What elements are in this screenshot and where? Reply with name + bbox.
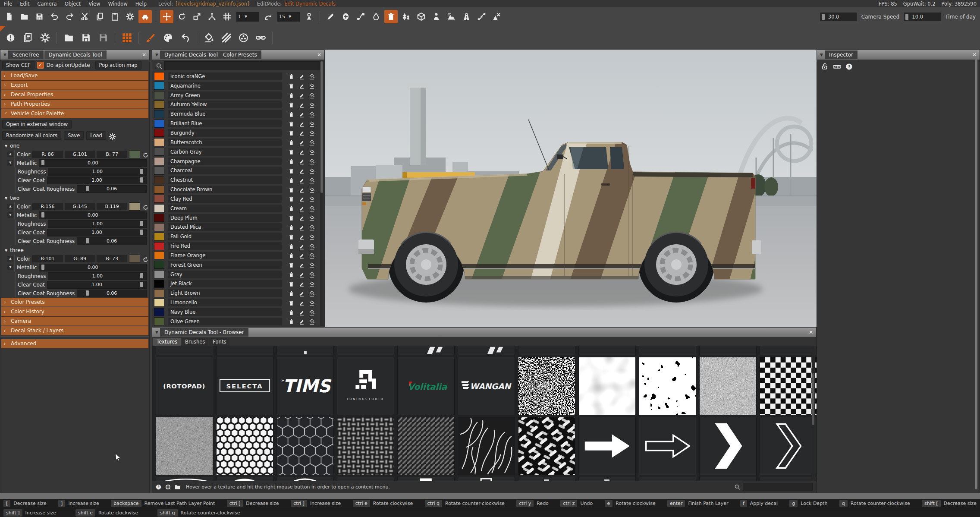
reset-color-icon[interactable] — [142, 255, 149, 262]
grid-snap-size-input[interactable]: 1▼ — [236, 12, 259, 22]
edit-preset-button[interactable] — [296, 167, 307, 175]
drag-handle[interactable] — [905, 14, 908, 20]
preset-swatch[interactable] — [154, 270, 164, 278]
preset-name[interactable]: Fall Gold — [168, 233, 282, 240]
preset-search-input[interactable] — [164, 61, 323, 70]
preset-swatch[interactable] — [154, 82, 164, 90]
menu-camera[interactable]: Camera — [34, 1, 61, 7]
edit-preset-button[interactable] — [296, 261, 307, 269]
edit-preset-button[interactable] — [296, 317, 307, 325]
viewport-3d[interactable] — [325, 50, 817, 327]
open-external-window-button[interactable]: Open in external window — [2, 120, 72, 129]
chevron-down-icon[interactable]: ▼ — [245, 15, 247, 19]
preset-name[interactable]: Olive Green — [168, 318, 282, 325]
texture-tile-knurl[interactable] — [397, 417, 455, 475]
apply-preset-button[interactable] — [307, 82, 317, 90]
section-color-history[interactable]: ›Color History — [1, 307, 148, 316]
apply-preset-button[interactable] — [307, 242, 317, 250]
panel-menu-icon[interactable]: ▼ — [2, 51, 8, 58]
rotate-snap-button[interactable] — [261, 10, 275, 23]
section-load-save[interactable]: ›Load/Save — [1, 71, 148, 80]
apply-preset-button[interactable] — [307, 186, 317, 194]
paste-button[interactable] — [108, 10, 122, 23]
texture-tile-noise-fine[interactable] — [699, 357, 757, 415]
texture-tile-logo-volitalia[interactable]: Volitalia — [397, 357, 455, 415]
texture-tile-noise-cells[interactable] — [578, 357, 636, 415]
terrain-brush-tool-button[interactable] — [490, 10, 503, 23]
apply-preset-button[interactable] — [307, 233, 317, 241]
delete-preset-button[interactable] — [286, 204, 296, 212]
texture-tile-chevron-outline[interactable] — [760, 417, 817, 475]
edit-preset-button[interactable] — [296, 242, 307, 250]
edit-preset-button[interactable] — [296, 148, 307, 156]
edit-preset-button[interactable] — [296, 214, 307, 222]
delete-preset-button[interactable] — [286, 242, 296, 250]
scale-gizmo-button[interactable] — [190, 10, 204, 23]
texture-tile-blank[interactable] — [578, 346, 636, 355]
draw-decal-button[interactable] — [324, 10, 337, 23]
preset-name[interactable]: Limoncello — [168, 299, 282, 306]
preset-swatch[interactable] — [154, 223, 164, 231]
browser-tab-brushes[interactable]: Brushes — [182, 338, 208, 346]
rotate-snap-angle-input[interactable]: 15▼ — [277, 12, 300, 22]
apply-preset-button[interactable] — [307, 110, 317, 118]
delete-preset-button[interactable] — [286, 167, 296, 175]
move-down-button[interactable]: ▼ — [7, 212, 13, 218]
undo-button[interactable] — [48, 10, 61, 23]
preset-name[interactable]: Flame Orange — [168, 252, 282, 259]
roughness-slider[interactable]: 1.00 — [48, 168, 147, 176]
panel-menu-icon[interactable]: ▼ — [818, 51, 825, 58]
texture-tile-dazzle[interactable] — [518, 417, 575, 475]
edit-preset-button[interactable] — [296, 195, 307, 203]
preset-swatch[interactable] — [154, 91, 164, 99]
preset-name[interactable]: Burgundy — [168, 129, 282, 137]
decal-tool-button[interactable] — [384, 10, 398, 23]
apply-preset-button[interactable] — [307, 176, 317, 184]
preset-swatch[interactable] — [154, 289, 164, 297]
delete-preset-button[interactable] — [286, 129, 296, 137]
roughness-slider[interactable]: 1.00 — [48, 220, 147, 228]
edit-preset-button[interactable] — [296, 82, 307, 90]
delete-preset-button[interactable] — [286, 270, 296, 278]
preset-swatch[interactable] — [154, 176, 164, 184]
preset-name[interactable]: Autumn Yellow — [168, 101, 282, 108]
clear-coat-roughness-slider[interactable]: 0.06 — [77, 237, 147, 245]
section-camera[interactable]: ›Camera — [1, 317, 148, 326]
apply-preset-button[interactable] — [307, 72, 317, 80]
water-tool-button[interactable] — [369, 10, 383, 23]
cut-button[interactable] — [78, 10, 91, 23]
add-object-button[interactable] — [339, 10, 352, 23]
preset-name[interactable]: Dusted Mica — [168, 223, 282, 231]
color-swatch[interactable] — [129, 150, 140, 158]
new-badge-icon[interactable]: NEW — [833, 62, 841, 71]
browser-scrollbar[interactable] — [812, 347, 815, 481]
apply-preset-button[interactable] — [307, 195, 317, 203]
delete-preset-button[interactable] — [286, 195, 296, 203]
terrain-tool-button[interactable] — [445, 10, 458, 23]
delete-preset-button[interactable] — [286, 148, 296, 156]
move-down-button[interactable]: ▼ — [7, 160, 13, 166]
palette-group-two[interactable]: ▼two — [0, 193, 149, 202]
preset-swatch[interactable] — [154, 129, 164, 137]
edit-preset-button[interactable] — [296, 233, 307, 241]
preset-swatch[interactable] — [154, 148, 164, 156]
preset-name[interactable]: Navy Blue — [168, 308, 282, 316]
color-g-input[interactable]: G:101 — [65, 151, 95, 158]
terrain-snap-button[interactable] — [302, 10, 316, 23]
editor-settings-button[interactable] — [123, 10, 137, 23]
color-r-input[interactable]: R: 86 — [32, 151, 63, 158]
tool-docs-button[interactable] — [20, 30, 35, 46]
tab-scenetree[interactable]: SceneTree — [8, 50, 44, 59]
apply-preset-button[interactable] — [307, 167, 317, 175]
edit-preset-button[interactable] — [296, 91, 307, 99]
palette-mode-button[interactable] — [160, 30, 176, 46]
preset-name[interactable]: Carbon Gray — [168, 148, 282, 156]
gear-icon[interactable] — [162, 484, 171, 490]
color-wheel-button[interactable] — [236, 30, 251, 46]
delete-preset-button[interactable] — [286, 91, 296, 99]
clear-coat-slider[interactable]: 1.00 — [47, 229, 147, 236]
texture-tile-blank[interactable] — [760, 346, 817, 355]
texture-tile-blank[interactable] — [337, 346, 394, 355]
tool-alerts-button[interactable] — [3, 30, 18, 46]
lock-icon[interactable] — [821, 62, 829, 71]
